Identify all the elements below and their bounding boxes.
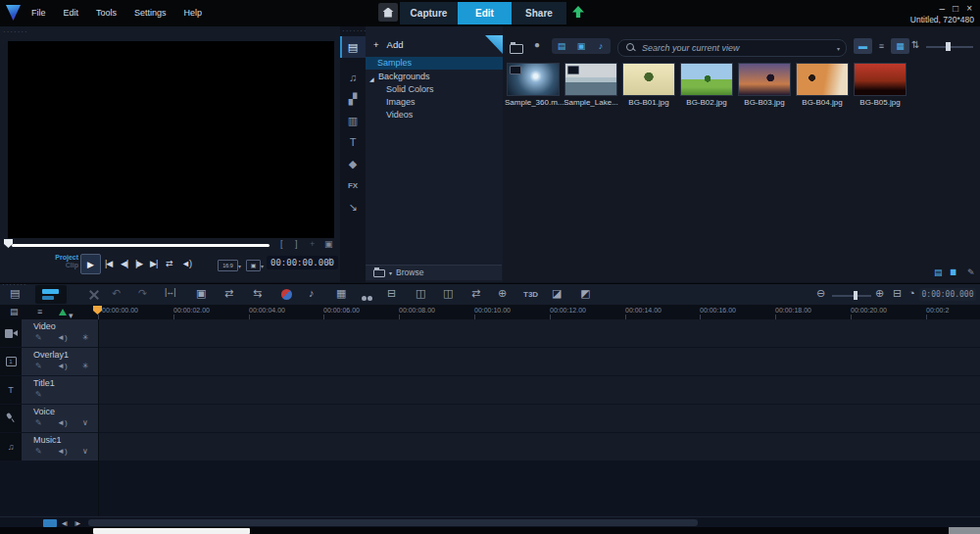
subtitle-editor-icon[interactable]: ⊟ (387, 287, 396, 300)
split-screen-icon[interactable]: ◫ (416, 287, 425, 300)
title-track-header[interactable]: Title1 ✎ (22, 376, 98, 404)
overlay-track-lane[interactable] (99, 348, 980, 375)
aspect-ratio-button[interactable]: 16:9 (218, 260, 238, 271)
motion-tracking-icon[interactable]: ⊕ (498, 287, 507, 300)
fit-project-icon[interactable]: |↔| (165, 287, 175, 297)
menu-edit[interactable]: Edit (60, 8, 83, 18)
media-library-icon[interactable]: ▤ (340, 36, 366, 58)
mark-out-icon[interactable]: ] (295, 239, 298, 249)
mute-track-icon[interactable]: ◄) (57, 447, 68, 456)
enlarge-caret-icon[interactable]: ▾ (261, 263, 264, 269)
browse-button[interactable]: ▾Browse (366, 265, 502, 280)
project-mode-label[interactable]: Project (47, 254, 78, 262)
title-library-icon[interactable]: T (340, 131, 366, 153)
menu-file[interactable]: File (27, 8, 50, 18)
preview-screen[interactable] (8, 41, 334, 238)
resize-pan-icon[interactable]: ▣ (196, 287, 206, 300)
mask-frame-icon[interactable]: ◩ (580, 287, 590, 300)
aspect-caret-icon[interactable]: ▾ (238, 263, 241, 269)
video-track-lane[interactable] (99, 319, 980, 347)
ripple-edit-icon[interactable]: ✎ (35, 418, 42, 427)
track-transparency-icon[interactable]: ✳ (82, 333, 89, 342)
multi-camera-icon[interactable]: ◫ (443, 287, 453, 300)
enlarge-mode-button[interactable]: ▣ (246, 260, 261, 271)
search-input[interactable] (640, 41, 825, 55)
title-track-type-icon[interactable]: T (0, 376, 22, 404)
go-end-button[interactable]: ▶| (150, 259, 157, 268)
library-edit-icon[interactable]: ✎ (967, 267, 975, 277)
timeline-view-icon[interactable] (35, 285, 67, 304)
voice-track-lane[interactable] (99, 405, 980, 432)
fit-timeline-window-icon[interactable]: ⊟ (893, 287, 902, 300)
tree-item-images[interactable]: Images (366, 96, 503, 109)
voice-track-type-icon[interactable] (0, 405, 22, 432)
timeline-scrollbar[interactable] (88, 519, 698, 526)
grid-view-button[interactable]: ▦ (891, 38, 909, 54)
music-track-lane[interactable] (99, 433, 980, 461)
record-disc-icon[interactable] (281, 289, 292, 300)
filter-library-icon[interactable]: FX (340, 174, 366, 196)
video-track-type-icon[interactable] (0, 319, 22, 347)
motion-path-library-icon[interactable]: ↘ (340, 196, 366, 218)
video-track-header[interactable]: Video ✎ ◄) ✳ (22, 319, 98, 347)
music-track-type-icon[interactable]: ♫ (0, 433, 22, 461)
mute-track-icon[interactable]: ◄) (57, 333, 68, 342)
panel-grip[interactable]: ······· (3, 29, 28, 35)
import-media-button[interactable] (510, 39, 523, 57)
project-clip-toggle[interactable]: Project Clip (47, 254, 78, 269)
color-grading-icon[interactable] (362, 291, 373, 303)
graphic-library-icon[interactable]: ◆ (340, 153, 366, 174)
tree-item-backgrounds[interactable]: ◢ Backgrounds (366, 71, 503, 83)
gallery-item-bgb05[interactable] (854, 63, 906, 96)
playhead-marker[interactable] (93, 306, 102, 315)
gallery-item-bgb04[interactable] (796, 63, 849, 96)
timeline-timecode[interactable]: 0:00:00.000 (919, 288, 976, 301)
title-track-lane[interactable] (99, 376, 980, 404)
track-transparency-icon[interactable]: ✳ (82, 362, 89, 370)
ripple-edit-icon[interactable]: ✎ (35, 362, 42, 370)
strip-grip[interactable]: ······· (342, 28, 368, 34)
chapter-marker-icon[interactable] (59, 309, 67, 316)
gallery-item-bgb02[interactable] (680, 63, 733, 96)
publish-arrow-icon[interactable] (572, 6, 584, 18)
enlarge-preview-icon[interactable]: ▣ (324, 239, 333, 249)
timecode-stepper[interactable]: ▲ ▼ (327, 257, 332, 267)
waveform-chevron-icon[interactable]: ∨ (82, 418, 88, 427)
timeline-zoom-thumb[interactable] (854, 291, 858, 300)
scroll-left-icon[interactable]: ◀| (62, 519, 68, 526)
auto-music-icon[interactable]: ▦ (336, 287, 346, 300)
zoom-in-icon[interactable]: ⊕ (875, 287, 884, 300)
thumbnail-view-button[interactable]: ▬ (854, 38, 872, 54)
record-capture-icon[interactable]: ● (534, 39, 540, 50)
toolbox-icon[interactable] (88, 289, 100, 301)
menu-settings[interactable]: Settings (130, 8, 171, 18)
overlay-track-type-icon[interactable]: 1 (0, 348, 22, 375)
music-track-header[interactable]: Music1 ✎ ◄) ∨ (22, 433, 98, 461)
filter-photos-button[interactable]: ▣ (571, 38, 591, 54)
sort-button[interactable]: ⇅ (911, 39, 919, 50)
scrubber-bar[interactable] (12, 244, 270, 247)
volume-button[interactable]: ◄) (181, 259, 191, 268)
tab-share[interactable]: Share (512, 2, 566, 24)
gallery-item-bgb03[interactable] (738, 63, 791, 96)
undo-icon[interactable]: ↶ (112, 287, 121, 300)
gallery-item-samplelake[interactable] (564, 63, 617, 96)
next-frame-button[interactable]: |▶ (135, 259, 142, 268)
play-button[interactable]: ▶ (80, 254, 101, 274)
mute-track-icon[interactable]: ◄) (57, 362, 68, 370)
voice-track-header[interactable]: Voice ✎ ◄) ∨ (22, 405, 98, 432)
add-folder-button[interactable]: +Add (373, 39, 403, 50)
repeat-button[interactable]: ⇄ (166, 259, 172, 268)
restore-button[interactable]: □ (949, 3, 962, 14)
go-start-button[interactable]: |◀ (105, 259, 112, 268)
show-all-tracks-icon[interactable]: ≡ (37, 307, 42, 316)
gallery-item-bgb01[interactable] (622, 63, 675, 96)
ripple-edit-icon[interactable]: ✎ (35, 333, 42, 342)
gallery-item-sample360[interactable] (507, 63, 560, 96)
track-manager-icon[interactable]: ▤ (10, 307, 19, 316)
scroll-right-icon[interactable]: |▶ (74, 519, 80, 526)
tree-item-samples[interactable]: Samples (366, 57, 503, 70)
tree-item-solid-colors[interactable]: Solid Colors (366, 83, 503, 96)
ripple-edit-icon[interactable]: ✎ (35, 390, 42, 399)
ripple-edit-icon[interactable]: ✎ (35, 447, 42, 456)
